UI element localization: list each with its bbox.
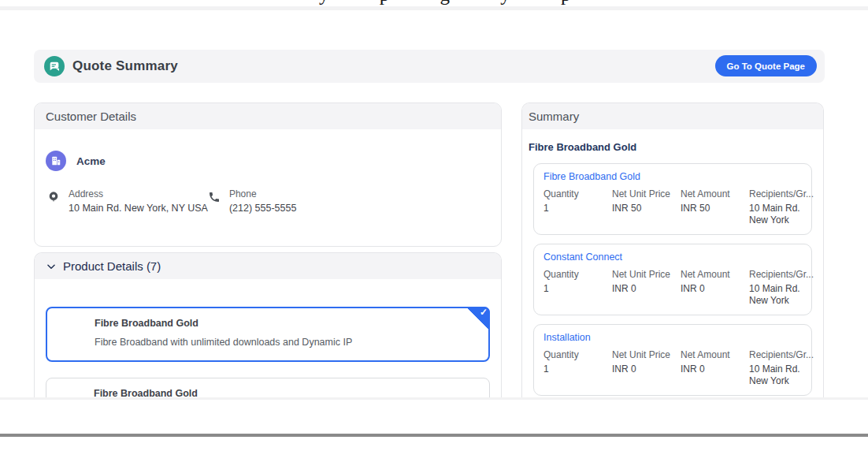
selected-check-corner: ✓ [466, 307, 490, 330]
recipients-value: 10 Main Rd. New York [749, 203, 812, 226]
company-name: Acme [76, 155, 106, 167]
phone-icon [208, 191, 221, 203]
product-card[interactable]: ✓ Fibre Broadband Gold Fibre Broadband w… [46, 307, 490, 362]
net-amount-label: Net Amount [681, 349, 749, 360]
summary-product-link[interactable]: Constant Connect [543, 252, 802, 263]
summary-card: Fibre Broadband Gold Quantity 1 Net Unit… [533, 163, 812, 235]
product-details-title: Product Details (7) [63, 259, 161, 273]
net-unit-price-value: INR 0 [612, 283, 675, 295]
recipients-label: Recipients/Gr... [749, 349, 814, 360]
quote-summary-header: Quote Summary Go To Quote Page [34, 50, 825, 83]
summary-card-grid: Quantity 1 Net Unit Price INR 0 Net Amou… [543, 349, 802, 387]
field-value: 10 Main Rd. New York, NY USA [69, 203, 208, 214]
clipped-caption-descenders: y p g y p [319, 0, 658, 6]
customer-field: Address 10 Main Rd. New York, NY USA [47, 188, 208, 214]
quantity-value: 1 [543, 283, 606, 295]
quantity-label: Quantity [543, 349, 612, 360]
field-value: (212) 555-5555 [229, 203, 296, 214]
net-amount-value: INR 50 [681, 203, 744, 214]
quantity-value: 1 [543, 203, 606, 214]
recipients-value: 10 Main Rd. New York [749, 283, 812, 307]
net-unit-price-value: INR 50 [612, 203, 675, 214]
summary-header: Summary [522, 103, 823, 129]
product-details-panel: Product Details (7) ✓ Fibre Broadband Go… [34, 252, 502, 400]
net-unit-price-label: Net Unit Price [612, 269, 681, 280]
summary-group-heading: Fibre Broadband Gold [529, 141, 823, 153]
customer-fields: Address 10 Main Rd. New York, NY USA Pho… [47, 188, 501, 214]
net-unit-price-value: INR 0 [612, 363, 675, 375]
product-name: Fibre Broadband Gold [95, 318, 477, 329]
net-amount-value: INR 0 [681, 283, 744, 295]
quote-chat-icon [44, 56, 65, 76]
product-card-list: ✓ Fibre Broadband Gold Fibre Broadband w… [35, 279, 501, 400]
check-icon: ✓ [480, 307, 488, 318]
net-unit-price-label: Net Unit Price [612, 349, 681, 360]
quote-summary-screen: Quote Summary Go To Quote Page Customer … [0, 10, 868, 400]
field-label: Address [69, 188, 208, 199]
product-card[interactable]: ✓ Fibre Broadband Gold [46, 378, 490, 400]
summary-card: Installation Quantity 1 Net Unit Price I… [533, 324, 812, 396]
net-amount-label: Net Amount [681, 188, 749, 199]
page-title: Quote Summary [72, 58, 178, 74]
quantity-label: Quantity [543, 269, 612, 280]
account-row: Acme [46, 151, 501, 171]
product-details-header[interactable]: Product Details (7) [35, 253, 501, 279]
summary-title: Summary [529, 110, 579, 123]
recipients-label: Recipients/Gr... [749, 269, 814, 280]
summary-panel: Summary Fibre Broadband Gold Fibre Broad… [521, 102, 824, 400]
product-description: Fibre Broadband with unlimited downloads… [95, 337, 477, 348]
summary-card-grid: Quantity 1 Net Unit Price INR 0 Net Amou… [543, 269, 802, 307]
quantity-value: 1 [543, 363, 606, 375]
net-amount-value: INR 0 [681, 363, 744, 375]
summary-card-grid: Quantity 1 Net Unit Price INR 50 Net Amo… [543, 188, 802, 226]
product-name: Fibre Broadband Gold [94, 388, 478, 399]
quantity-label: Quantity [543, 188, 612, 199]
location-icon [47, 191, 60, 203]
customer-details-panel: Customer Details Acme [34, 102, 502, 247]
customer-details-header: Customer Details [35, 103, 501, 129]
net-unit-price-label: Net Unit Price [612, 188, 681, 199]
summary-card: Constant Connect Quantity 1 Net Unit Pri… [533, 244, 812, 315]
summary-product-link[interactable]: Fibre Broadband Gold [543, 171, 802, 182]
company-building-icon [46, 151, 66, 171]
recipients-label: Recipients/Gr... [749, 188, 814, 199]
summary-card-list: Fibre Broadband Gold Quantity 1 Net Unit… [533, 163, 812, 396]
summary-product-link[interactable]: Installation [543, 332, 802, 343]
chevron-down-icon[interactable] [46, 261, 57, 272]
go-to-quote-page-button[interactable]: Go To Quote Page [715, 55, 817, 76]
document-horizontal-rule [0, 434, 868, 437]
field-label: Phone [229, 188, 296, 199]
recipients-value: 10 Main Rd. New York [749, 363, 812, 387]
customer-details-title: Customer Details [46, 110, 136, 123]
customer-field: Phone (212) 555-5555 [208, 188, 296, 214]
net-amount-label: Net Amount [681, 269, 749, 280]
